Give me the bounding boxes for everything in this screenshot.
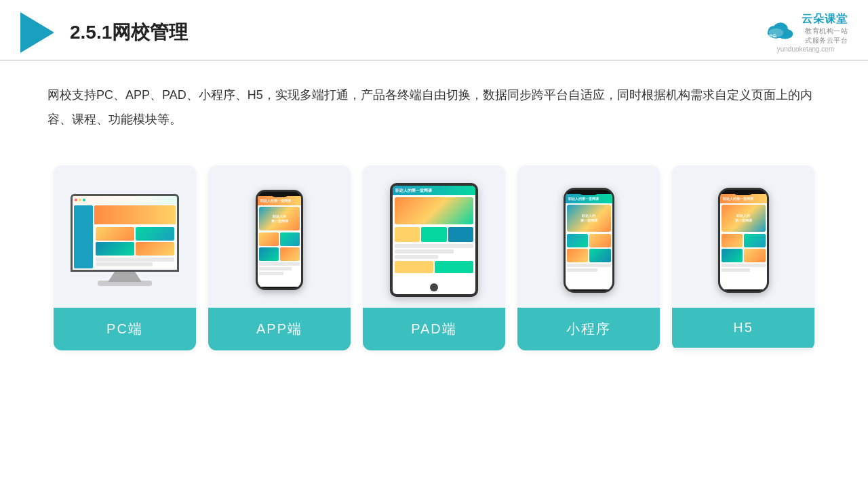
brand-name: 云朵课堂: [802, 12, 848, 26]
description-text: 网校支持PC、APP、PAD、小程序、H5，实现多端打通，产品各终端自由切换，数…: [0, 61, 868, 138]
tablet-home-btn: [430, 283, 438, 291]
card-h5-image: 职达人的第一堂网课 职达人的第一堂网课: [672, 165, 814, 308]
phone-mockup-app: 职达人的第一堂网课 职达人的第一堂网课: [256, 190, 303, 290]
brand-area: 云朵 云朵课堂 教育机构一站 式服务云平台 yunduoketang.com: [764, 12, 848, 53]
tablet-mockup: 职达人的第一堂网课: [390, 183, 478, 297]
header-left: 2.5.1网校管理: [20, 12, 188, 53]
card-pad-image: 职达人的第一堂网课: [363, 165, 505, 308]
card-miniapp-image: 职达人的第一堂网课 职达人的第一堂网课: [517, 165, 660, 308]
brand-logo: 云朵 云朵课堂 教育机构一站 式服务云平台: [764, 12, 848, 45]
card-pc: PC端: [54, 165, 196, 350]
cards-container: PC端 职达人的第一堂网课 职达人的第一堂网课: [0, 145, 868, 364]
card-app-image: 职达人的第一堂网课 职达人的第一堂网课: [208, 165, 351, 308]
description-paragraph: 网校支持PC、APP、PAD、小程序、H5，实现多端打通，产品各终端自由切换，数…: [47, 83, 821, 131]
card-app-label: APP端: [208, 308, 351, 350]
card-pc-image: [54, 165, 196, 308]
monitor-body: [71, 194, 179, 272]
phone-mockup-miniapp: 职达人的第一堂网课 职达人的第一堂网课: [564, 188, 614, 293]
tablet-screen: 职达人的第一堂网课: [393, 186, 475, 294]
card-pad: 职达人的第一堂网课: [363, 165, 505, 350]
brand-name-block: 云朵课堂 教育机构一站 式服务云平台: [802, 12, 848, 45]
brand-url: yunduoketang.com: [777, 45, 835, 53]
card-miniapp-label: 小程序: [517, 308, 660, 350]
pc-mockup: [71, 194, 179, 286]
card-miniapp: 职达人的第一堂网课 职达人的第一堂网课: [517, 165, 660, 350]
card-app: 职达人的第一堂网课 职达人的第一堂网课: [208, 165, 351, 350]
page-title: 2.5.1网校管理: [70, 20, 188, 45]
phone-mockup-h5: 职达人的第一堂网课 职达人的第一堂网课: [718, 188, 769, 293]
logo-triangle-icon: [20, 12, 54, 53]
header: 2.5.1网校管理 云朵 云朵课堂 教育机构一站 式服务云平台 yundu: [0, 0, 868, 61]
svg-text:云朵: 云朵: [768, 33, 777, 38]
monitor-stand: [108, 272, 142, 282]
card-pad-label: PAD端: [363, 308, 505, 350]
cloud-logo-icon: 云朵: [764, 17, 797, 41]
card-h5: 职达人的第一堂网课 职达人的第一堂网课: [672, 165, 814, 350]
card-pc-label: PC端: [54, 308, 196, 350]
brand-tagline: 教育机构一站 式服务云平台: [802, 26, 848, 45]
monitor-screen: [73, 196, 177, 270]
card-h5-label: H5: [672, 308, 814, 348]
